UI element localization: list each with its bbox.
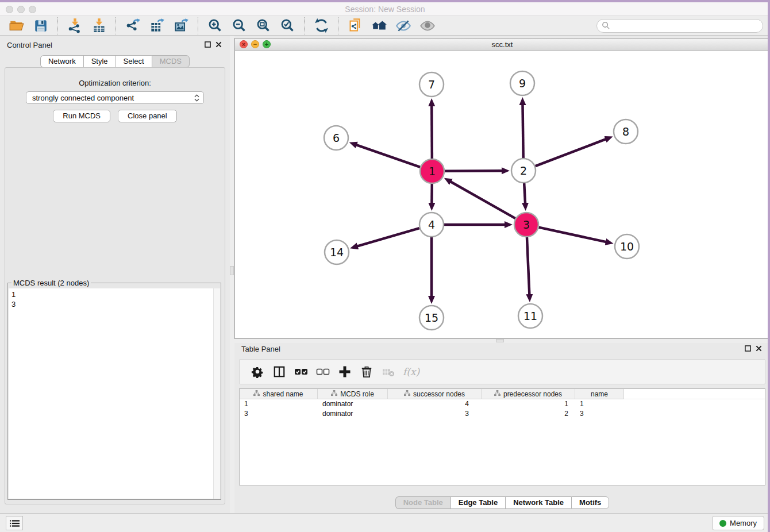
run-mcds-button[interactable]: Run MCDS — [53, 110, 110, 122]
edge-3-11[interactable] — [527, 237, 529, 295]
columns-icon[interactable] — [272, 364, 287, 379]
vertical-splitter[interactable] — [230, 36, 234, 513]
table-cell[interactable]: 3 — [388, 409, 482, 419]
edge-2-3[interactable] — [524, 183, 525, 203]
zoom-out-icon[interactable] — [230, 17, 248, 34]
tab-network-table[interactable]: Network Table — [505, 496, 571, 509]
tab-node-table[interactable]: Node Table — [395, 496, 451, 509]
table-cell[interactable]: 1 — [482, 399, 575, 409]
memory-button[interactable]: Memory — [712, 516, 764, 530]
column-header-predecessor-nodes[interactable]: predecessor nodes — [482, 389, 575, 399]
network-canvas[interactable]: 7968124314101511 — [235, 51, 769, 338]
node-table[interactable]: shared nameMCDS rolesuccessor nodesprede… — [239, 388, 765, 485]
desktop-edge-right — [768, 0, 770, 532]
edge-3-1[interactable] — [451, 182, 515, 218]
export-image-icon[interactable] — [172, 17, 190, 34]
eye-icon[interactable] — [419, 17, 436, 34]
tab-edge-table[interactable]: Edge Table — [451, 496, 505, 509]
tab-style[interactable]: Style — [83, 55, 116, 68]
node-label-15: 15 — [425, 311, 438, 324]
column-header-successor-nodes[interactable]: successor nodes — [388, 389, 482, 399]
table-row[interactable]: 3dominator323 — [240, 409, 765, 419]
tab-motifs[interactable]: Motifs — [571, 496, 609, 509]
splitter-handle[interactable] — [496, 339, 504, 342]
open-folder-icon[interactable] — [8, 17, 25, 34]
tree-icon — [494, 390, 500, 398]
column-label: successor nodes — [413, 390, 465, 398]
edge-1-2[interactable] — [445, 171, 502, 171]
window-title: Session: New Session — [0, 5, 770, 14]
table-cell[interactable]: 4 — [388, 399, 482, 409]
tab-mcds[interactable]: MCDS — [152, 55, 190, 68]
table-cell[interactable]: 3 — [240, 409, 318, 419]
zoom-selected-icon[interactable] — [279, 17, 296, 34]
column-header-MCDS-role[interactable]: MCDS role — [318, 389, 388, 399]
edge-4-14[interactable] — [357, 228, 419, 246]
save-floppy-icon[interactable] — [32, 17, 49, 34]
table-cell[interactable]: 1 — [575, 399, 624, 409]
edge-3-10[interactable] — [538, 228, 606, 242]
trash-icon[interactable] — [359, 364, 374, 379]
eye-slash-icon[interactable] — [395, 17, 412, 34]
task-history-button[interactable] — [6, 516, 23, 530]
edge-1-7[interactable] — [432, 106, 432, 159]
export-network-icon[interactable] — [124, 17, 141, 34]
close-panel-icon[interactable] — [215, 41, 222, 48]
search-box[interactable] — [596, 19, 763, 33]
control-panel-tabs: NetworkStyleSelectMCDS — [0, 55, 230, 68]
node-label-11: 11 — [523, 310, 537, 322]
optimization-criterion-dropdown[interactable]: strongly connected component — [26, 91, 204, 104]
tab-network[interactable]: Network — [40, 55, 83, 68]
column-header-shared-name[interactable]: shared name — [240, 389, 318, 399]
tree-icon — [253, 390, 260, 398]
node-label-10: 10 — [620, 240, 634, 253]
network-graph[interactable]: 7968124314101511 — [235, 51, 769, 338]
plus-icon[interactable] — [337, 364, 352, 379]
window-titlebar: Session: New Session — [0, 2, 770, 16]
gear-icon[interactable] — [250, 364, 265, 379]
edge-2-8[interactable] — [536, 139, 606, 166]
delete-table-icon[interactable] — [381, 364, 396, 379]
main-toolbar — [0, 16, 770, 36]
import-network-icon[interactable] — [66, 17, 83, 34]
table-cell[interactable]: 3 — [575, 409, 624, 419]
zoom-in-icon[interactable] — [206, 17, 224, 34]
node-label-7: 7 — [428, 78, 435, 91]
refresh-icon[interactable] — [313, 17, 330, 34]
network-window-titlebar[interactable]: × − + scc.txt — [235, 38, 769, 51]
function-icon[interactable]: f(x) — [403, 366, 419, 377]
search-input[interactable] — [610, 20, 763, 32]
table-cell[interactable]: dominator — [318, 409, 388, 419]
table-cell[interactable]: 2 — [482, 409, 575, 419]
uncheck-all-icon[interactable] — [315, 364, 330, 379]
column-header-name[interactable]: name — [575, 389, 624, 399]
search-icon — [602, 21, 610, 30]
edge-1-6[interactable] — [356, 145, 420, 167]
table-cell[interactable]: dominator — [318, 399, 388, 409]
check-all-icon[interactable] — [294, 364, 309, 379]
splitter-handle[interactable] — [230, 266, 234, 275]
edge-2-9[interactable] — [522, 105, 523, 158]
toolbar-separator — [57, 17, 58, 34]
close-panel-icon[interactable] — [756, 345, 762, 352]
houses-icon[interactable] — [371, 17, 388, 34]
horizontal-splitter[interactable] — [234, 339, 770, 343]
node-label-1: 1 — [429, 165, 436, 178]
column-label: shared name — [263, 390, 303, 398]
toolbar-separator — [338, 17, 338, 34]
close-panel-button[interactable]: Close panel — [118, 110, 177, 122]
table-cell[interactable]: 1 — [240, 399, 318, 409]
tab-select[interactable]: Select — [116, 55, 152, 68]
table-row[interactable]: 1dominator411 — [240, 399, 765, 409]
result-scrollbar[interactable] — [213, 288, 220, 499]
export-table-icon[interactable] — [148, 17, 165, 34]
status-bar: Memory — [0, 513, 770, 532]
node-label-3: 3 — [523, 218, 530, 231]
float-panel-icon[interactable] — [205, 41, 211, 48]
document-share-icon[interactable] — [346, 17, 364, 34]
tree-icon — [404, 390, 410, 398]
desktop-edge-top — [0, 0, 770, 2]
float-panel-icon[interactable] — [745, 345, 751, 352]
zoom-fit-icon[interactable] — [255, 17, 272, 34]
import-table-icon[interactable] — [90, 17, 107, 34]
